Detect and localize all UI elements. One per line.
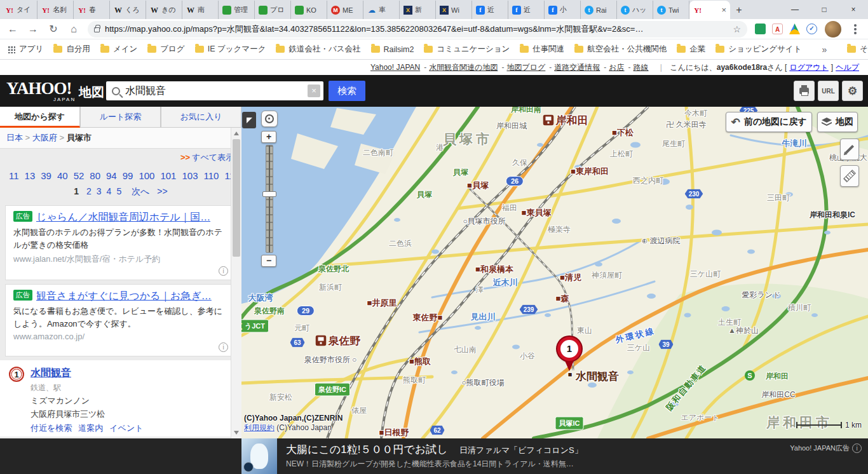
scrollbar-thumb[interactable]	[233, 139, 240, 257]
zoom-slider-track[interactable]	[266, 145, 273, 253]
result-number-link[interactable]: 99	[123, 170, 133, 181]
next-page-link[interactable]: 次へ	[132, 186, 149, 196]
bottom-ad-title[interactable]: 大腸にこの1粒!５００円でお試し	[286, 444, 448, 456]
page-link[interactable]: 5	[116, 186, 121, 196]
bookmark-star-icon[interactable]: ☆	[733, 24, 741, 34]
bottom-ad-banner[interactable]: 大腸にこの1粒!５００円でお試し 日清ファルマ「ビフィコロンS」 NEW！日清製…	[0, 438, 868, 474]
browser-tab[interactable]: Y! 名刹 ×	[37, 1, 74, 19]
clear-search-icon[interactable]: ×	[308, 85, 320, 97]
result-number-link[interactable]: 103	[182, 170, 198, 181]
result-action-link[interactable]: 付近を検索	[31, 423, 72, 433]
bookmark-item[interactable]: IE ブックマーク	[195, 44, 266, 55]
map-canvas[interactable]: 岸和田城 岸和田 今木町 卍 久米田寺 ■下松 尾生町 上松町 牛滝川 桃山学院…	[241, 107, 868, 438]
result-title-link[interactable]: 水間観音	[31, 367, 71, 378]
yahoo-logo[interactable]: YAHOO! JAPAN 地図	[6, 79, 105, 104]
drive-extension-icon[interactable]	[789, 24, 800, 34]
ad-info-icon[interactable]: i	[219, 266, 228, 276]
minimize-button[interactable]: —	[780, 0, 810, 19]
bookmark-item[interactable]: 鉄道会社・バス会社	[276, 44, 360, 55]
terms-link[interactable]: 利用規約	[244, 423, 275, 432]
result-number-link[interactable]: 13	[25, 170, 36, 181]
result-number-link[interactable]: 110	[203, 170, 219, 181]
page-link[interactable]: 3	[97, 186, 102, 196]
home-icon[interactable]: ⌂	[67, 24, 80, 35]
refresh-icon[interactable]: ↻	[47, 23, 60, 35]
search-input[interactable]	[125, 85, 308, 97]
top-link[interactable]: Yahoo! JAPAN	[370, 63, 420, 72]
draw-tool-button[interactable]	[840, 139, 859, 160]
shield-extension-icon[interactable]: ✓	[806, 24, 817, 34]
bookmark-item[interactable]: ブログ	[147, 44, 184, 55]
bookmark-item[interactable]: 自分用	[53, 44, 90, 55]
ad-info-icon[interactable]: i	[852, 444, 862, 453]
breadcrumb-item[interactable]: 大阪府	[32, 133, 67, 142]
bookmark-item[interactable]: 企業	[677, 44, 705, 55]
browser-tab[interactable]: Y! ×	[689, 1, 730, 19]
zoom-in-button[interactable]: +	[261, 131, 276, 143]
bookmark-item[interactable]: メイン	[100, 44, 137, 55]
top-link[interactable]: 地図ブログ	[501, 62, 545, 73]
scroll-down-icon[interactable]	[234, 431, 239, 435]
browser-tab[interactable]: ☁ 車 ×	[363, 1, 400, 19]
result-number-link[interactable]: 80	[90, 170, 100, 181]
top-link[interactable]: お店	[604, 62, 624, 73]
browser-tab[interactable]: f 小 ×	[545, 1, 581, 19]
sidebar-tab[interactable]: 地図から探す	[0, 107, 80, 128]
tab-close-icon[interactable]: ×	[721, 5, 726, 15]
sidebar-tab[interactable]: お気に入り	[161, 107, 241, 128]
top-link[interactable]: 路線	[628, 62, 649, 73]
browser-menu-icon[interactable]	[854, 28, 857, 30]
result-number-link[interactable]: 101	[160, 170, 176, 181]
browser-tab[interactable]: f 近 ×	[508, 1, 545, 19]
search-button[interactable]: 検索	[329, 81, 365, 101]
next-chevrons[interactable]: >>	[157, 186, 167, 196]
browser-tab[interactable]: X Wi ×	[436, 1, 472, 19]
result-action-link[interactable]: イベント	[109, 423, 143, 433]
browser-tab[interactable]: W くろ ×	[110, 1, 146, 19]
logout-link[interactable]: ログアウト	[789, 62, 828, 73]
show-all-link[interactable]: すべて表示	[192, 152, 234, 162]
url-share-button[interactable]: URL	[818, 81, 839, 101]
new-tab-button[interactable]: +	[730, 1, 748, 19]
result-number-link[interactable]: 94	[106, 170, 117, 181]
sidebar-tab[interactable]: ルート探索	[80, 107, 161, 128]
help-link[interactable]: ヘルプ	[836, 62, 859, 73]
browser-tab[interactable]: KO ×	[291, 1, 327, 19]
top-link[interactable]: 水間観音関連の地図	[424, 62, 498, 73]
search-result-item[interactable]: 1 水間観音 鉄道、駅 ミズマカンノン 大阪府貝塚市三ツ松 付近を検索道案内イベ…	[0, 360, 241, 437]
browser-tab[interactable]: t ハッ ×	[617, 1, 653, 19]
browser-tab[interactable]: プロ ×	[255, 1, 291, 19]
bookmark-item[interactable]: Railsim2	[371, 45, 414, 54]
breadcrumb-item[interactable]: 日本	[6, 133, 32, 142]
result-number-link[interactable]: 40	[57, 170, 68, 181]
ad-info-icon[interactable]: i	[219, 342, 228, 352]
result-number-link[interactable]: 11	[9, 170, 19, 181]
result-number-link[interactable]: 100	[139, 170, 154, 181]
back-icon[interactable]: ←	[6, 24, 19, 35]
url-text[interactable]: https://map.yahoo.co.jp/maps?p=水間観音&lat=…	[105, 24, 728, 35]
browser-tab[interactable]: Y! 春 ×	[74, 1, 110, 19]
result-number-link[interactable]: 52	[74, 170, 85, 181]
close-button[interactable]: ×	[839, 0, 868, 19]
breadcrumb-item[interactable]: 貝塚市	[67, 133, 92, 142]
result-action-link[interactable]: 道案内	[78, 423, 103, 433]
browser-tab[interactable]: 管理 ×	[219, 1, 255, 19]
bookmark-item[interactable]: アプリ	[8, 44, 43, 55]
result-number-link[interactable]: 39	[41, 170, 51, 181]
bookmark-item[interactable]: 航空会社・公共機関他	[574, 44, 667, 55]
sidebar-scrollbar[interactable]	[231, 128, 241, 438]
address-bar[interactable]: https://map.yahoo.co.jp/maps?p=水間観音&lat=…	[88, 21, 747, 37]
profile-avatar[interactable]	[825, 21, 841, 37]
measure-tool-button[interactable]	[840, 165, 859, 187]
forward-icon[interactable]: →	[27, 24, 39, 35]
layer-select-button[interactable]: 地図	[817, 112, 858, 132]
browser-tab[interactable]: X 新 ×	[400, 1, 436, 19]
browser-tab[interactable]: t Twi ×	[653, 1, 689, 19]
settings-button[interactable]: ⚙	[842, 81, 863, 101]
bookmarks-overflow-chevron[interactable]: »	[822, 44, 827, 55]
ad-title-link[interactable]: 観音さまがすぐに見つかる｜お急ぎ…	[36, 290, 212, 303]
map-search-box[interactable]: ×	[106, 81, 323, 100]
browser-tab[interactable]: t Rai ×	[581, 1, 617, 19]
collapse-sidebar-button[interactable]	[242, 112, 256, 128]
previous-map-button[interactable]: ↶ 前の地図に戻す	[726, 112, 812, 132]
